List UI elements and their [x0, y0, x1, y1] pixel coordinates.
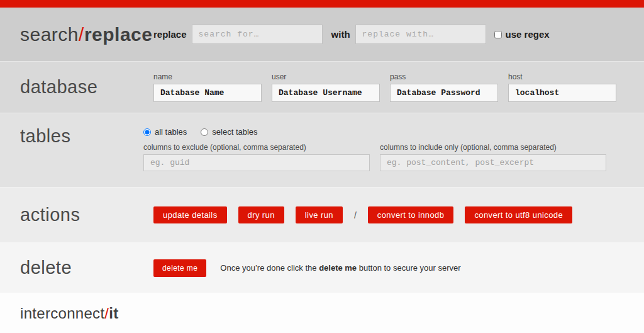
db-user-label: user [272, 72, 380, 81]
include-columns-group: columns to include only (optional, comma… [380, 143, 606, 171]
brand-part2: it [109, 305, 118, 322]
section-tables: tables all tables select tables columns … [0, 113, 644, 188]
live-run-button[interactable]: live run [296, 206, 343, 223]
db-host-label: host [508, 72, 616, 81]
db-user-field: user [272, 72, 380, 102]
include-columns-label: columns to include only (optional, comma… [380, 143, 606, 152]
all-tables-label: all tables [155, 127, 187, 137]
delete-note-after: button to secure your server [357, 263, 460, 273]
db-name-label: name [153, 72, 262, 81]
section-database: database name user pass host [0, 62, 644, 113]
replace-with-input[interactable] [355, 25, 486, 44]
replace-label: replace [153, 29, 187, 40]
brand-part1: interconnect [20, 305, 104, 322]
convert-utf8-button[interactable]: convert to utf8 unicode [465, 206, 572, 223]
update-details-button[interactable]: update details [153, 206, 227, 223]
use-regex-label: use regex [506, 29, 550, 40]
section-delete: delete delete me Once you’re done click … [0, 243, 644, 293]
db-host-field: host [508, 72, 616, 102]
database-heading: database [20, 77, 97, 98]
all-tables-radio[interactable] [143, 128, 151, 136]
db-user-input[interactable] [272, 84, 380, 102]
db-name-field: name [153, 72, 262, 102]
db-pass-label: pass [390, 72, 498, 81]
delete-me-button[interactable]: delete me [153, 259, 206, 277]
with-label: with [331, 29, 350, 40]
app-title-part1: search [20, 24, 79, 45]
delete-note: Once you’re done click the delete me but… [220, 263, 460, 273]
interconnectit-logo: interconnect/it [20, 305, 119, 322]
convert-innodb-button[interactable]: convert to innodb [368, 206, 454, 223]
delete-note-before: Once you’re done click the [220, 263, 319, 273]
db-name-input[interactable] [153, 84, 262, 102]
tables-heading: tables [20, 126, 70, 147]
delete-heading: delete [20, 257, 72, 278]
section-actions: actions update details dry run live run … [0, 188, 644, 243]
db-pass-input[interactable] [390, 84, 498, 102]
app-title-part2: replace [84, 24, 153, 45]
footer: interconnect/it [0, 293, 644, 333]
exclude-columns-group: columns to exclude (optional, comma sepa… [143, 143, 370, 171]
actions-separator: / [354, 210, 357, 220]
search-for-input[interactable] [192, 25, 323, 44]
exclude-columns-input[interactable] [143, 154, 370, 171]
db-pass-field: pass [390, 72, 498, 102]
section-search-replace: search/replace replace with use regex [0, 8, 644, 62]
dry-run-button[interactable]: dry run [238, 206, 284, 223]
select-tables-radio[interactable] [201, 128, 208, 136]
use-regex-checkbox[interactable] [494, 31, 502, 38]
top-accent-bar [0, 0, 644, 8]
app-title-slash: / [79, 24, 84, 45]
app-title: search/replace [20, 24, 152, 45]
db-host-input[interactable] [508, 84, 616, 102]
include-columns-input[interactable] [380, 154, 606, 171]
actions-heading: actions [20, 205, 80, 225]
select-tables-label: select tables [212, 127, 257, 137]
exclude-columns-label: columns to exclude (optional, comma sepa… [143, 143, 370, 152]
delete-note-bold: delete me [319, 263, 357, 273]
